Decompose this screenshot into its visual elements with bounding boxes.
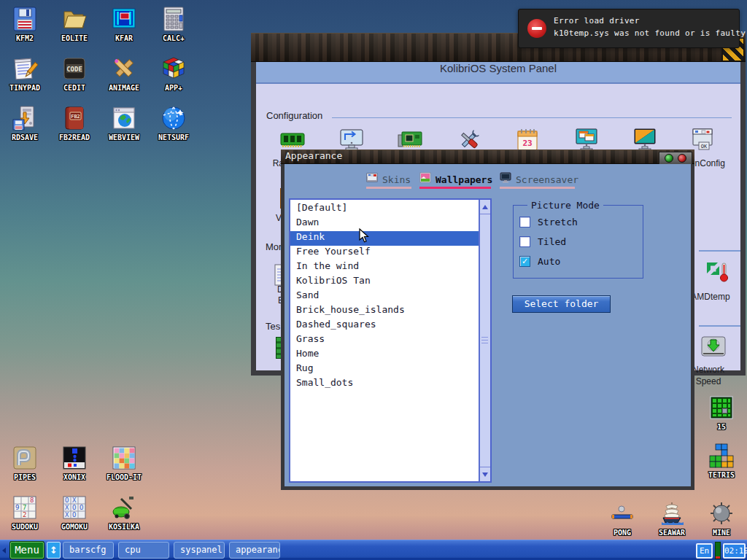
screensaver-icon [500, 172, 511, 187]
appearance-body: Skins Wallpapers Screensaver [Default]Da… [281, 164, 694, 490]
scrollbar-grip [481, 343, 488, 343]
fifteen-puzzle-icon [708, 394, 735, 421]
tab-screensaver[interactable]: Screensaver [500, 170, 575, 189]
stretch-checkbox[interactable] [519, 217, 530, 228]
scroll-down-button[interactable] [480, 467, 490, 481]
desktop-icon-seawar[interactable]: SEAWAR [647, 500, 697, 537]
minimize-button[interactable] [665, 154, 673, 163]
desktop-icon-calc[interactable]: CALC+ [149, 6, 198, 42]
task-button-syspanel[interactable]: syspanel [174, 542, 225, 559]
svg-text:X: X [72, 497, 77, 504]
code-editor-icon: CODE [61, 55, 88, 82]
list-item[interactable]: Grass [290, 333, 479, 348]
system-panel-header: KolibriOS System Panel [256, 62, 740, 84]
desktop-icon-tetris[interactable]: TETRIS [697, 443, 746, 479]
pipes-icon [12, 445, 38, 471]
tab-underline [366, 187, 411, 189]
auto-option[interactable]: ✓ Auto [519, 256, 560, 267]
stretch-option[interactable]: Stretch [519, 217, 578, 228]
list-item[interactable]: [Default] [290, 202, 479, 217]
tiled-checkbox[interactable] [519, 236, 530, 247]
list-item[interactable]: Home [290, 348, 479, 362]
desktop-icon-label: SEAWAR [659, 529, 685, 537]
desktop-icon-xonix[interactable]: XONIX [50, 445, 99, 481]
list-item[interactable]: Brick_house_islands [290, 304, 479, 319]
menu-button[interactable]: Menu [10, 542, 44, 559]
desktop-icon-kosilka[interactable]: KOSILKA [99, 494, 149, 531]
select-folder-button[interactable]: Select folder [512, 295, 611, 313]
taskbar-left-arrow-icon[interactable] [2, 548, 6, 553]
desktop-icon-kfm2[interactable]: KFM2 [0, 6, 50, 42]
list-item[interactable]: Free Yourself [290, 246, 479, 260]
desktop-icon-netsurf[interactable]: NETSURF [149, 105, 198, 141]
error-notification: Error load driver k10temp.sys was not fo… [518, 9, 740, 48]
desktop-icon-pong[interactable]: PONG [597, 500, 647, 537]
minimize-all-button[interactable]: ↕ [47, 542, 61, 559]
tiled-option[interactable]: Tiled [519, 236, 566, 247]
desktop-icon-eolite[interactable]: EOLITE [50, 6, 99, 42]
close-button[interactable] [678, 154, 686, 163]
taskbar: Menu ↕ barscfg cpu syspanel appearance E… [0, 540, 747, 560]
list-item[interactable]: Small_dots [290, 377, 479, 392]
desktop-icon-rdsave[interactable]: RDSAVE [0, 105, 50, 141]
list-item[interactable]: KolibriOS Tan [290, 275, 479, 289]
list-item[interactable]: In the wind [290, 260, 479, 275]
desktop-icon-label: FB2READ [59, 133, 90, 141]
desktop-icon-cedit[interactable]: CODE CEDIT [50, 55, 99, 92]
ruler-pencil-icon [111, 55, 137, 82]
desktop-icon-fb2read[interactable]: FB2 FB2READ [50, 105, 99, 141]
desktop-icon-label: ANIMAGE [109, 84, 139, 92]
desktop-icon-pipes[interactable]: PIPES [0, 445, 50, 481]
appearance-titlebar[interactable]: Appearance [281, 149, 694, 164]
folder-icon [61, 6, 88, 32]
desktop-icon-label: TINYPAD [9, 84, 40, 92]
network-speed-icon [700, 334, 727, 365]
tab-wallpapers[interactable]: Wallpapers [419, 170, 491, 189]
cpu-usage-meter[interactable] [715, 542, 721, 559]
desktop-icon-kfar[interactable]: KFAR [99, 6, 149, 42]
desktop: { "desktop": { "icons": ["KFM2","EOLITE"… [0, 0, 747, 560]
desktop-icon-mine[interactable]: MINE [697, 500, 746, 537]
list-item[interactable]: Deink [290, 231, 479, 246]
scrollbar[interactable] [479, 200, 490, 481]
list-item[interactable]: Dawn [290, 217, 479, 231]
svg-text:7: 7 [23, 504, 26, 511]
section-divider [332, 117, 732, 118]
desktop-icon-label: MINE [713, 529, 730, 537]
amdtemp-icon [704, 260, 732, 290]
list-item[interactable]: Sand [290, 289, 479, 304]
task-button-appearance[interactable]: appearance [229, 542, 280, 559]
task-button-cpu[interactable]: cpu [118, 542, 169, 559]
clock[interactable]: 02:19 [723, 543, 746, 559]
titlebar-buttons [659, 152, 692, 165]
desktop-icon-animage[interactable]: ANIMAGE [99, 55, 149, 92]
book-icon: FB2 [61, 105, 88, 131]
desktop-icon-label: CEDIT [63, 84, 85, 92]
calculator-icon [160, 6, 187, 32]
desktop-icon-app-plus[interactable]: APP+ [149, 55, 198, 92]
ship-icon [659, 500, 685, 526]
svg-text:CODE: CODE [66, 66, 82, 73]
scroll-up-button[interactable] [480, 200, 490, 214]
svg-text:X: X [65, 511, 69, 518]
auto-checkbox[interactable]: ✓ [519, 256, 530, 267]
tab-underline-active [419, 187, 491, 189]
task-button-barscfg[interactable]: barscfg [63, 542, 114, 559]
wallpaper-listbox: [Default]DawnDeinkFree YourselfIn the wi… [289, 198, 492, 483]
language-indicator[interactable]: En [696, 543, 713, 559]
desktop-icon-gomoku[interactable]: OXXOOXO GOMOKU [50, 494, 99, 531]
tab-skins[interactable]: Skins [366, 170, 411, 189]
desktop-icon-sudoku[interactable]: 8972 SUDOKU [0, 494, 50, 531]
list-item[interactable]: Rug [290, 362, 479, 377]
desktop-icon-tinypad[interactable]: TINYPAD [0, 55, 50, 92]
tests-section-label: Tes [266, 321, 280, 332]
notification-title: Error load driver [554, 16, 640, 26]
desktop-icon-label: KOSILKA [109, 523, 139, 531]
list-item[interactable]: Dashed_squares [290, 319, 479, 333]
pong-icon [609, 500, 635, 526]
desktop-icon-webview[interactable]: WEBVIEW [99, 105, 149, 141]
desktop-icon-fifteen[interactable]: 15 [697, 394, 746, 431]
tab-underline [500, 187, 575, 189]
naval-mine-icon [708, 500, 735, 526]
desktop-icon-floodit[interactable]: FLOOD-IT [99, 445, 149, 481]
